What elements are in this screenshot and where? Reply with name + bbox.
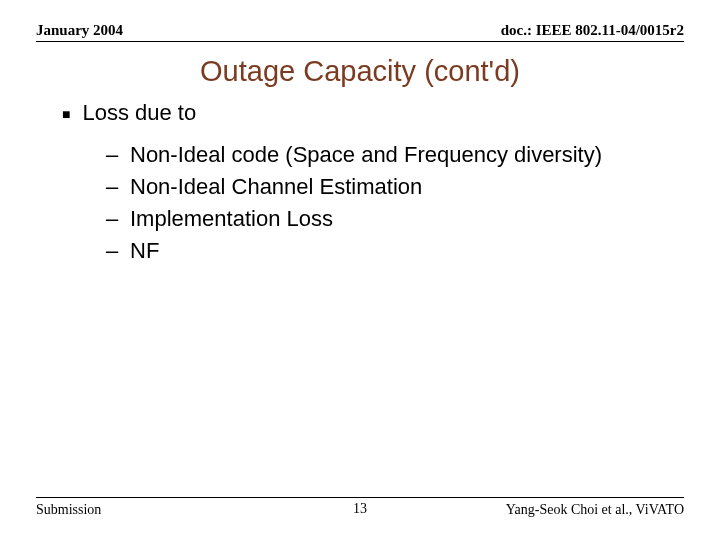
list-item: – NF	[106, 238, 684, 264]
header-left: January 2004	[36, 22, 123, 39]
list-item: – Non-Ideal Channel Estimation	[106, 174, 684, 200]
bullet-item: ■ Loss due to	[62, 100, 684, 128]
header-rule: January 2004 doc.: IEEE 802.11-04/0015r2	[36, 22, 684, 42]
page-number: 13	[36, 501, 684, 517]
list-item-text: Implementation Loss	[130, 206, 333, 232]
bullet-square-icon: ■	[62, 100, 70, 128]
header-right: doc.: IEEE 802.11-04/0015r2	[501, 22, 684, 39]
dash-icon: –	[106, 142, 120, 168]
list-item: – Implementation Loss	[106, 206, 684, 232]
slide-content: ■ Loss due to – Non-Ideal code (Space an…	[62, 100, 684, 270]
dash-icon: –	[106, 206, 120, 232]
sub-list: – Non-Ideal code (Space and Frequency di…	[106, 142, 684, 264]
slide-title: Outage Capacity (cont'd)	[0, 55, 720, 88]
footer-rule: Submission Yang-Seok Choi et al., ViVATO…	[36, 497, 684, 518]
list-item-text: Non-Ideal code (Space and Frequency dive…	[130, 142, 602, 168]
slide: January 2004 doc.: IEEE 802.11-04/0015r2…	[0, 0, 720, 540]
slide-header: January 2004 doc.: IEEE 802.11-04/0015r2	[36, 22, 684, 42]
list-item-text: Non-Ideal Channel Estimation	[130, 174, 422, 200]
dash-icon: –	[106, 174, 120, 200]
bullet-text: Loss due to	[82, 100, 196, 128]
slide-footer: Submission Yang-Seok Choi et al., ViVATO…	[36, 497, 684, 518]
list-item-text: NF	[130, 238, 159, 264]
dash-icon: –	[106, 238, 120, 264]
list-item: – Non-Ideal code (Space and Frequency di…	[106, 142, 684, 168]
